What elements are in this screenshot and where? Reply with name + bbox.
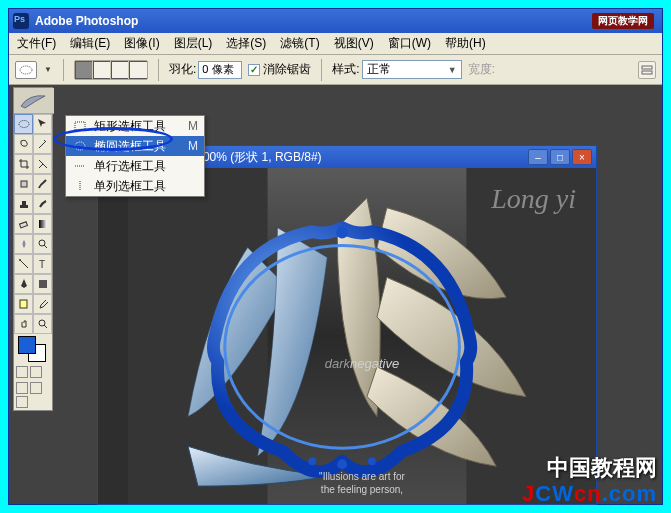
svg-rect-6 — [39, 220, 47, 228]
tool-heal[interactable] — [14, 174, 33, 194]
tool-blur[interactable] — [14, 234, 33, 254]
quickmask-mode[interactable] — [30, 366, 42, 378]
tool-notes[interactable] — [14, 294, 33, 314]
standard-mode[interactable] — [16, 366, 28, 378]
app-title: Adobe Photoshop — [35, 14, 592, 28]
tool-eyedrop[interactable] — [33, 294, 52, 314]
tool-gradient[interactable] — [33, 214, 52, 234]
tool-zoom[interactable] — [33, 314, 52, 334]
feather-input[interactable] — [198, 61, 242, 79]
menubar: 文件(F) 编辑(E) 图像(I) 图层(L) 选择(S) 滤镜(T) 视图(V… — [9, 33, 662, 55]
ellipse-marquee-icon — [72, 140, 88, 152]
tool-path[interactable] — [14, 254, 33, 274]
mode-add[interactable] — [93, 61, 111, 79]
screen-full-menus[interactable] — [30, 382, 42, 394]
svg-point-20 — [337, 459, 347, 469]
tool-preset-dropdown-icon[interactable]: ▼ — [43, 65, 53, 74]
menu-image[interactable]: 图像(I) — [124, 35, 159, 52]
style-label: 样式: — [332, 61, 359, 78]
svg-rect-11 — [20, 300, 27, 308]
workspace: T 矩形选框工具 M — [9, 85, 662, 504]
tool-wand[interactable] — [33, 134, 52, 154]
tool-crop[interactable] — [14, 154, 33, 174]
watermark-url: JCWcn.com — [522, 481, 657, 507]
marquee-flyout: 矩形选框工具 M 椭圆选框工具 M 单行选框工具 单列选框工具 — [65, 115, 205, 197]
current-tool-icon[interactable] — [15, 61, 37, 79]
check-icon: ✓ — [248, 64, 260, 76]
chevron-down-icon: ▼ — [448, 65, 457, 75]
col-marquee-icon — [72, 180, 88, 192]
svg-point-0 — [20, 66, 32, 74]
tool-shape[interactable] — [33, 274, 52, 294]
screen-standard[interactable] — [16, 382, 28, 394]
tool-history[interactable] — [33, 194, 52, 214]
antialias-checkbox[interactable]: ✓ 消除锯齿 — [248, 61, 311, 78]
separator — [321, 59, 322, 81]
menu-window[interactable]: 窗口(W) — [388, 35, 431, 52]
flyout-label: 单列选框工具 — [94, 178, 166, 195]
foreground-color[interactable] — [18, 336, 36, 354]
svg-rect-1 — [642, 66, 652, 69]
palette-well-button[interactable] — [638, 61, 656, 79]
flyout-row-marquee[interactable]: 单行选框工具 — [66, 156, 204, 176]
canvas-artwork — [128, 168, 596, 504]
screen-full[interactable] — [16, 396, 28, 408]
flyout-col-marquee[interactable]: 单列选框工具 — [66, 176, 204, 196]
tool-lasso[interactable] — [14, 134, 33, 154]
menu-select[interactable]: 选择(S) — [226, 35, 266, 52]
svg-point-22 — [368, 457, 376, 465]
tool-type[interactable]: T — [33, 254, 52, 274]
tool-dodge[interactable] — [33, 234, 52, 254]
app-titlebar: Adobe Photoshop 网页教学网 — [9, 9, 662, 33]
document-window: s.com龙依.jpg @ 100% (形状 1, RGB/8#) – □ × — [97, 145, 597, 505]
tool-hand[interactable] — [14, 314, 33, 334]
mode-new[interactable] — [75, 61, 93, 79]
screenmode-group — [14, 380, 52, 410]
svg-point-19 — [336, 227, 348, 239]
svg-rect-13 — [75, 122, 85, 130]
flyout-ellipse-marquee[interactable]: 椭圆选框工具 M — [66, 136, 204, 156]
svg-point-8 — [19, 259, 21, 261]
center-caption: darknegative — [325, 355, 399, 370]
flyout-label: 单行选框工具 — [94, 158, 166, 175]
tool-slice[interactable] — [33, 154, 52, 174]
feather-field: 羽化: — [169, 61, 242, 79]
document-canvas[interactable]: Long yi darknegative "Illusions are art … — [128, 168, 596, 504]
menu-filter[interactable]: 滤镜(T) — [280, 35, 319, 52]
tool-stamp[interactable] — [14, 194, 33, 214]
separator — [63, 59, 64, 81]
flyout-rect-marquee[interactable]: 矩形选框工具 M — [66, 116, 204, 136]
menu-edit[interactable]: 编辑(E) — [70, 35, 110, 52]
style-field: 样式: 正常 ▼ — [332, 60, 461, 79]
flyout-label: 矩形选框工具 — [94, 118, 166, 135]
color-swatches[interactable] — [14, 334, 52, 364]
menu-layer[interactable]: 图层(L) — [174, 35, 213, 52]
close-button[interactable]: × — [572, 149, 592, 165]
tool-eraser[interactable] — [14, 214, 33, 234]
tool-marquee[interactable] — [14, 114, 33, 134]
toolbox: T — [13, 87, 53, 411]
menu-file[interactable]: 文件(F) — [17, 35, 56, 52]
menu-view[interactable]: 视图(V) — [334, 35, 374, 52]
style-select[interactable]: 正常 ▼ — [362, 60, 462, 79]
rect-marquee-icon — [72, 120, 88, 132]
tool-move[interactable] — [33, 114, 52, 134]
mode-intersect[interactable] — [129, 61, 147, 79]
tool-pen[interactable] — [14, 274, 33, 294]
flyout-shortcut: M — [188, 139, 198, 153]
svg-point-3 — [19, 121, 29, 128]
watermark-cn: 中国教程网 — [547, 453, 657, 483]
svg-rect-5 — [19, 222, 27, 228]
width-label: 宽度: — [468, 61, 495, 78]
maximize-button[interactable]: □ — [550, 149, 570, 165]
svg-rect-2 — [642, 71, 652, 74]
svg-point-14 — [75, 142, 85, 150]
menu-help[interactable]: 帮助(H) — [445, 35, 486, 52]
minimize-button[interactable]: – — [528, 149, 548, 165]
mode-subtract[interactable] — [111, 61, 129, 79]
toolbox-header-icon[interactable] — [14, 88, 54, 114]
options-bar: ▼ 羽化: ✓ 消除锯齿 样式: 正常 ▼ 宽度: — [9, 55, 662, 85]
feather-label: 羽化: — [169, 61, 196, 78]
tool-brush[interactable] — [33, 174, 52, 194]
svg-rect-10 — [39, 280, 47, 288]
